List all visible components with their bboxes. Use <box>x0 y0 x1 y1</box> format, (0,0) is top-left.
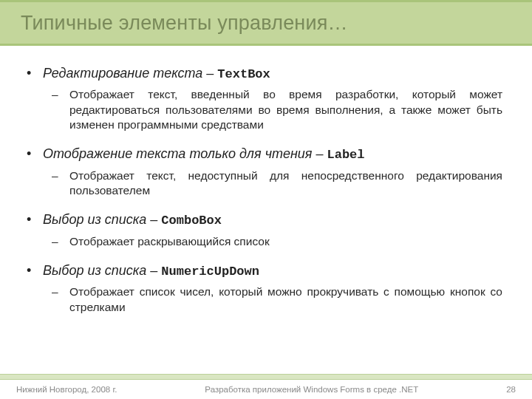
bullet-lead: Выбор из списка <box>43 263 146 278</box>
bullet-level1: Редактирование текста – TextBox Отобража… <box>43 65 502 132</box>
bullet-level1: Выбор из списка – ComboBox Отображает ра… <box>43 211 502 249</box>
bullet-level2: Отображает раскрывающийся список <box>69 234 502 249</box>
slide-footer: Нижний Новгород, 2008 г. Разработка прил… <box>0 374 532 399</box>
footer-accent-bar <box>0 374 532 380</box>
slide-header: Типичные элементы управления… <box>0 0 532 46</box>
bullet-control-name: Label <box>327 148 365 162</box>
bullet-control-name: TextBox <box>217 67 270 81</box>
bullet-sep: – <box>146 263 161 278</box>
slide-title: Типичные элементы управления… <box>21 12 348 35</box>
bullet-sep: – <box>202 66 217 81</box>
page-number: 28 <box>506 385 516 394</box>
bullet-lead: Редактирование текста <box>43 66 202 81</box>
bullet-level2: Отображает текст, недоступный для непоср… <box>69 168 502 199</box>
bullet-level1: Отображение текста только для чтения – L… <box>43 146 502 198</box>
footer-bar: Нижний Новгород, 2008 г. Разработка прил… <box>0 380 532 399</box>
bullet-level1: Выбор из списка – NumericUpDown Отобража… <box>43 262 502 315</box>
bullet-sep: – <box>312 146 327 161</box>
bullet-control-name: ComboBox <box>161 214 222 228</box>
footer-location-date: Нижний Новгород, 2008 г. <box>16 385 117 394</box>
bullet-level2: Отображает список чисел, который можно п… <box>69 284 502 315</box>
bullet-sep: – <box>146 212 161 227</box>
bullet-lead: Отображение текста только для чтения <box>43 146 312 161</box>
bullet-lead: Выбор из списка <box>43 212 146 227</box>
bullet-level2: Отображает текст, введенный во время раз… <box>69 87 502 132</box>
bullet-control-name: NumericUpDown <box>161 265 259 279</box>
footer-title: Разработка приложений Windows Forms в ср… <box>117 385 506 394</box>
slide-body: Редактирование текста – TextBox Отобража… <box>0 46 532 315</box>
